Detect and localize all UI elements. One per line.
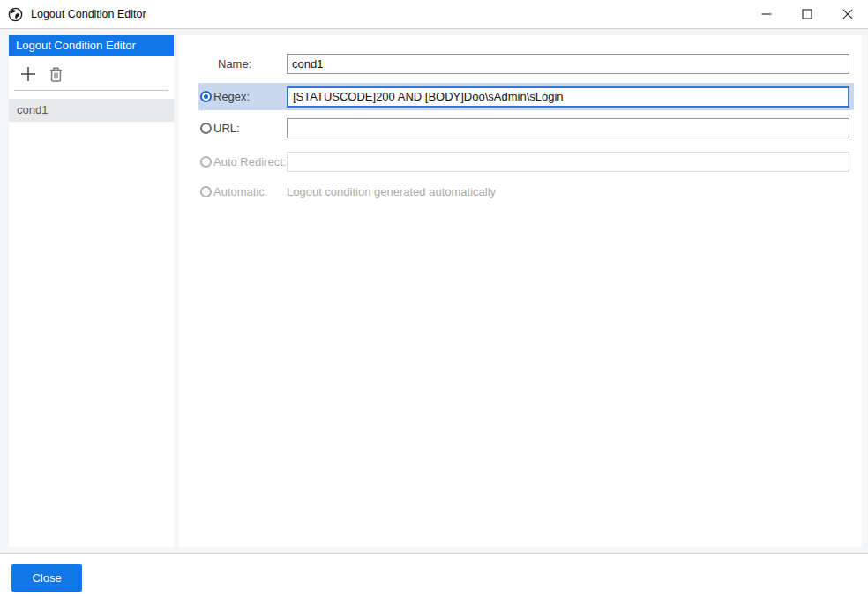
regex-radio[interactable] — [200, 91, 212, 102]
sidebar-header: Logout Condition Editor — [9, 35, 174, 56]
url-row: URL: — [179, 117, 862, 138]
sidebar: Logout Condition Editor cond1 — [9, 35, 174, 547]
condition-list: cond1 — [9, 99, 174, 122]
add-icon — [20, 66, 36, 82]
automatic-radio — [200, 186, 212, 197]
auto-redirect-radio — [200, 156, 212, 168]
automatic-note: Logout condition generated automatically — [287, 185, 496, 198]
url-label: URL: — [213, 122, 240, 135]
window-title: Logout Condition Editor — [31, 8, 146, 20]
sidebar-toolbar — [9, 56, 174, 90]
editor-panel: Name: Regex: URL: — [179, 35, 862, 547]
auto-redirect-row: Auto Redirect: — [179, 151, 862, 172]
globe-icon — [8, 7, 23, 22]
close-button[interactable]: Close — [11, 564, 82, 592]
trash-icon — [49, 67, 63, 82]
name-label: Name: — [218, 57, 251, 71]
close-icon — [842, 9, 853, 19]
minimize-button[interactable] — [746, 0, 787, 28]
footer: Close — [0, 554, 868, 595]
auto-redirect-label: Auto Redirect: — [213, 155, 286, 168]
automatic-row: Automatic: Logout condition generated au… — [179, 183, 862, 200]
name-input[interactable] — [287, 54, 849, 74]
maximize-icon — [802, 9, 812, 19]
name-row: Name: — [179, 53, 862, 74]
add-condition-button[interactable] — [20, 66, 36, 82]
minimize-icon — [761, 9, 772, 19]
close-window-button[interactable] — [827, 0, 868, 28]
window-controls — [746, 0, 868, 28]
automatic-label: Automatic: — [213, 185, 267, 198]
url-radio[interactable] — [200, 123, 212, 134]
maximize-button[interactable] — [787, 0, 827, 28]
list-item-cond1[interactable]: cond1 — [9, 99, 174, 122]
condition-form: Name: Regex: URL: — [179, 35, 862, 200]
url-input[interactable] — [287, 118, 849, 138]
regex-label: Regex: — [213, 90, 250, 103]
auto-redirect-input — [287, 152, 849, 172]
titlebar: Logout Condition Editor — [0, 0, 868, 29]
sidebar-divider — [14, 90, 168, 91]
content-area: Logout Condition Editor cond1 — [0, 29, 868, 554]
delete-condition-button[interactable] — [49, 67, 63, 82]
regex-row: Regex: — [198, 83, 854, 110]
regex-input[interactable] — [287, 86, 849, 108]
